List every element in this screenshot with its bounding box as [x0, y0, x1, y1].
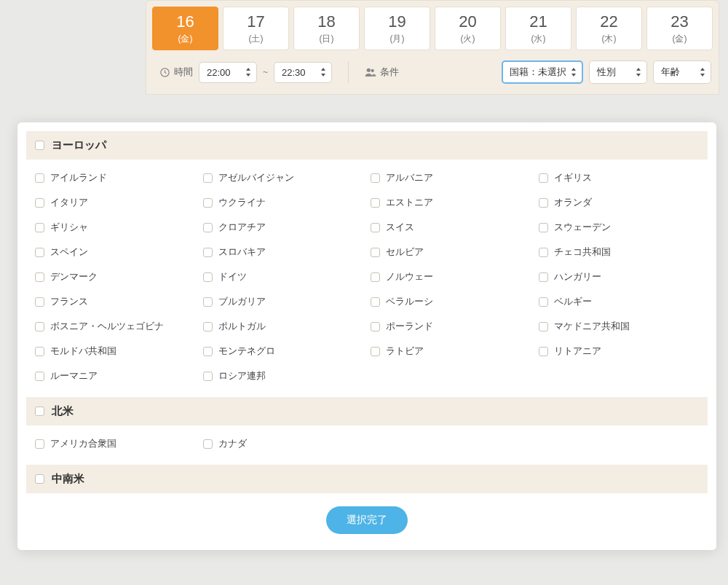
svg-point-2 [371, 69, 374, 72]
country-label: ハンガリー [554, 270, 601, 283]
date-day: (金) [647, 33, 712, 45]
age-select[interactable]: 年齢 [653, 60, 711, 84]
country-checkbox[interactable] [203, 439, 213, 449]
date-cell-20[interactable]: 20(火) [435, 7, 501, 50]
country-label: アルバニア [386, 171, 433, 184]
country-checkbox[interactable] [35, 248, 44, 257]
done-button[interactable]: 選択完了 [326, 506, 408, 534]
date-cell-23[interactable]: 23(金) [646, 7, 713, 50]
country-label: ルーマニア [50, 369, 98, 382]
country-label: リトアニア [554, 345, 601, 358]
country-checkbox[interactable] [35, 322, 44, 331]
time-to-select[interactable]: 22:30 [274, 62, 332, 83]
date-cell-17[interactable]: 17(土) [223, 7, 289, 50]
country-item: ドイツ [203, 270, 364, 283]
date-day: (木) [577, 33, 641, 45]
region-checkbox[interactable] [35, 407, 44, 416]
country-checkbox[interactable] [35, 223, 44, 232]
country-checkbox[interactable] [203, 198, 213, 208]
country-checkbox[interactable] [539, 347, 548, 356]
country-checkbox[interactable] [203, 223, 213, 232]
country-item: ラトビア [371, 345, 531, 358]
date-cell-19[interactable]: 19(月) [364, 7, 430, 50]
country-item: ブルガリア [203, 295, 364, 308]
country-checkbox[interactable] [35, 173, 44, 183]
country-label: スペイン [50, 246, 88, 259]
country-item: セルビア [371, 246, 531, 259]
country-item: スロバキア [203, 246, 364, 259]
country-checkbox[interactable] [539, 173, 548, 183]
date-num: 20 [435, 13, 500, 31]
country-checkbox[interactable] [35, 198, 44, 208]
country-checkbox[interactable] [203, 347, 213, 356]
country-item: ポーランド [371, 320, 531, 333]
country-checkbox[interactable] [35, 297, 44, 307]
svg-point-1 [367, 68, 371, 72]
country-checkbox[interactable] [35, 439, 44, 449]
country-item: スペイン [35, 246, 196, 259]
time-from-select[interactable]: 22:00 [199, 62, 257, 83]
date-cell-21[interactable]: 21(水) [505, 7, 571, 50]
country-checkbox[interactable] [203, 297, 213, 307]
country-label: クロアチア [218, 221, 266, 234]
country-item: ハンガリー [539, 270, 700, 283]
country-label: スロバキア [218, 246, 266, 259]
time-label-text: 時間 [174, 66, 193, 79]
country-label: ポルトガル [218, 320, 266, 333]
country-checkbox[interactable] [371, 223, 380, 232]
country-checkbox[interactable] [203, 173, 213, 183]
country-checkbox[interactable] [371, 297, 380, 307]
nationality-dropdown: ヨーロッパアイルランドアゼルバイジャンアルバニアイギリスイタリアウクライナエスト… [17, 122, 716, 550]
country-label: フランス [50, 295, 88, 308]
region-header: ヨーロッパ [26, 131, 708, 160]
conditions-label: 条件 [365, 66, 399, 79]
country-checkbox[interactable] [371, 198, 380, 208]
country-label: ラトビア [386, 345, 424, 358]
country-item: ウクライナ [203, 196, 364, 209]
date-num: 18 [294, 13, 359, 31]
date-row: 16(金)17(土)18(日)19(月)20(火)21(水)22(木)23(金) [146, 1, 719, 50]
date-num: 16 [153, 13, 218, 31]
tilde: ~ [263, 67, 268, 77]
country-checkbox[interactable] [539, 198, 548, 208]
country-checkbox[interactable] [539, 322, 548, 331]
country-label: ドイツ [218, 270, 247, 283]
country-item: ボスニア・ヘルツェゴビナ [35, 320, 196, 333]
date-num: 21 [506, 13, 571, 31]
country-checkbox[interactable] [371, 322, 380, 331]
country-checkbox[interactable] [35, 372, 44, 381]
gender-select[interactable]: 性別 [589, 60, 647, 84]
nationality-select[interactable]: 国籍：未選択 [502, 60, 583, 84]
country-checkbox[interactable] [35, 272, 44, 282]
country-checkbox[interactable] [35, 347, 44, 356]
region-checkbox[interactable] [35, 474, 44, 484]
date-day: (月) [365, 33, 430, 45]
country-checkbox[interactable] [371, 272, 380, 282]
country-item: モンテネグロ [203, 345, 364, 358]
country-item: アルバニア [371, 171, 531, 184]
country-checkbox[interactable] [371, 248, 380, 257]
country-checkbox[interactable] [371, 347, 380, 356]
date-day: (土) [223, 33, 288, 45]
country-checkbox[interactable] [539, 272, 548, 282]
date-cell-22[interactable]: 22(木) [576, 7, 642, 50]
country-checkbox[interactable] [203, 248, 213, 257]
country-checkbox[interactable] [371, 173, 380, 183]
region-checkbox[interactable] [35, 141, 44, 150]
date-day: (火) [435, 33, 500, 45]
country-checkbox[interactable] [539, 223, 548, 232]
country-item: アメリカ合衆国 [35, 437, 196, 450]
country-label: アイルランド [50, 171, 107, 184]
filter-bar: 16(金)17(土)18(日)19(月)20(火)21(水)22(木)23(金)… [146, 0, 719, 95]
filter-row: 時間 22:00 ~ 22:30 条件 国籍：未選択 性別 年齢 [146, 50, 719, 94]
country-checkbox[interactable] [203, 372, 213, 381]
date-cell-18[interactable]: 18(日) [293, 7, 360, 50]
country-checkbox[interactable] [203, 272, 213, 282]
country-checkbox[interactable] [203, 322, 213, 331]
country-checkbox[interactable] [539, 248, 548, 257]
country-label: ギリシャ [50, 221, 88, 234]
country-item: クロアチア [203, 221, 364, 234]
country-item: ノルウェー [371, 270, 531, 283]
date-cell-16[interactable]: 16(金) [152, 7, 218, 50]
country-checkbox[interactable] [539, 297, 548, 307]
